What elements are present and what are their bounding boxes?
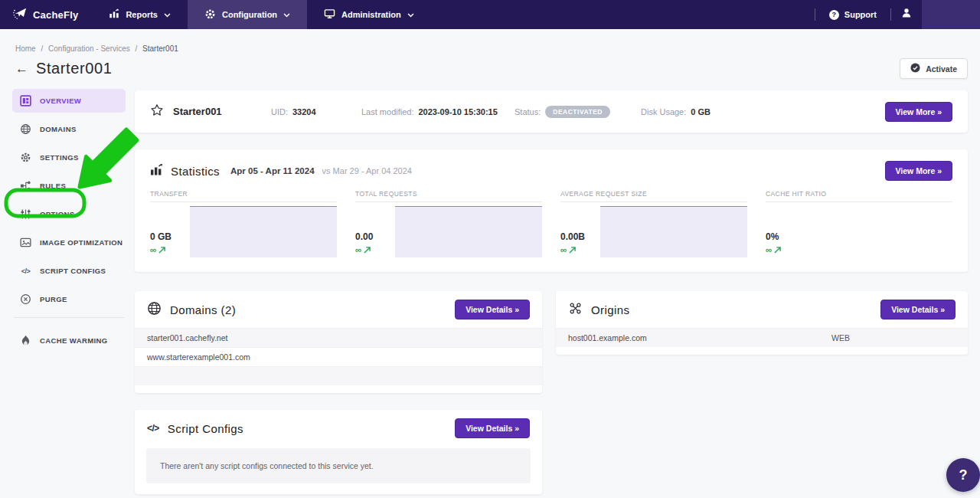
metric-total-requests: TOTAL REQUESTS 0.00 ∞ — [355, 190, 542, 257]
service-summary-card: Starter001 UID: 33204 Last modified: 202… — [135, 90, 968, 133]
trend-up-arrow-icon — [774, 247, 781, 254]
chevron-down-icon — [164, 10, 171, 19]
bar-chart-icon — [150, 163, 163, 179]
code-icon: </> — [147, 423, 159, 434]
main-content: Starter001 UID: 33204 Last modified: 202… — [135, 90, 968, 494]
question-circle-icon: ? — [829, 10, 839, 20]
sidebar-item-domains[interactable]: DOMAINS — [12, 117, 126, 141]
infinity-icon: ∞ — [766, 245, 772, 254]
support-button[interactable]: ? Support — [815, 0, 890, 29]
breadcrumb-separator: / — [41, 44, 43, 53]
view-details-button[interactable]: View Details » — [455, 300, 530, 319]
view-details-button[interactable]: View Details » — [880, 300, 956, 319]
statistics-date-range[interactable]: Apr 05 - Apr 11 2024 — [230, 166, 315, 175]
service-disk-usage: Disk Usage: 0 GB — [641, 107, 710, 116]
infinity-icon: ∞ — [150, 245, 156, 254]
help-question-icon: ? — [959, 467, 968, 483]
metric-value: 0% — [766, 231, 805, 242]
help-button[interactable]: ? — [946, 458, 980, 492]
cachefly-logo[interactable]: CacheFly — [0, 0, 92, 29]
statistics-title: Statistics — [171, 165, 220, 178]
back-arrow-icon[interactable]: ← — [15, 61, 28, 77]
sidebar-item-purge[interactable]: PURGE — [12, 287, 126, 311]
nav-item-configuration[interactable]: Configuration — [188, 0, 307, 29]
sidebar-item-label: SETTINGS — [40, 153, 79, 162]
metric-label: TOTAL REQUESTS — [355, 190, 542, 202]
sidebar-item-rules[interactable]: RULES — [12, 174, 126, 198]
metric-transfer: TRANSFER 0 GB ∞ — [150, 190, 337, 257]
service-name: Starter001 — [173, 106, 222, 117]
sidebar-item-options[interactable]: OPTIONS — [12, 202, 126, 226]
origins-header: Origins View Details » — [556, 291, 968, 328]
uid-label: UID: — [271, 107, 288, 116]
domain-row[interactable]: www.starterexample001.com — [135, 347, 542, 366]
disk-value: 0 GB — [691, 107, 710, 116]
sparkline-chart — [190, 206, 337, 257]
view-details-button[interactable]: View Details » — [455, 418, 530, 438]
sidebar-item-label: SCRIPT CONFIGS — [40, 267, 106, 275]
sidebar-item-settings[interactable]: SETTINGS — [12, 146, 126, 169]
sidebar-divider — [14, 317, 124, 318]
metric-trend-link[interactable]: ∞ — [766, 245, 805, 254]
script-configs-card: </> Script Configs View Details » There … — [135, 410, 542, 494]
uid-value: 33204 — [292, 107, 316, 116]
metric-cache-hit-ratio: CACHE HIT RATIO 0% ∞ — [766, 190, 952, 257]
trend-up-arrow-icon — [364, 247, 371, 254]
statistics-card: Statistics Apr 05 - Apr 11 2024 vs Mar 2… — [135, 149, 968, 272]
sliders-icon — [20, 208, 31, 220]
breadcrumb-home[interactable]: Home — [15, 44, 36, 53]
image-icon — [20, 237, 31, 248]
infinity-icon: ∞ — [560, 245, 567, 254]
sidebar-item-label: OVERVIEW — [40, 97, 81, 105]
domains-origins-row: Domains (2) View Details » starter001.ca… — [135, 291, 968, 393]
nav-item-label: Administration — [341, 10, 401, 19]
trend-up-arrow-icon — [158, 247, 165, 254]
nav-right-highlight — [922, 0, 980, 29]
script-configs-empty-message: There aren't any script configs connecte… — [146, 448, 531, 483]
domain-row-empty — [135, 366, 542, 385]
nav-item-reports[interactable]: Reports — [92, 0, 188, 29]
breadcrumb: Home / Configuration - Services / Starte… — [15, 44, 178, 53]
service-name-group: Starter001 — [150, 103, 271, 120]
sidebar-item-cache-warming[interactable]: CACHE WARMING — [12, 329, 126, 352]
bar-chart-icon — [109, 8, 119, 21]
page-title: Starter001 — [36, 60, 112, 77]
metric-trend-link[interactable]: ∞ — [560, 245, 600, 254]
gear-icon — [20, 152, 31, 163]
user-account-button[interactable] — [891, 0, 922, 29]
origin-row[interactable]: host001.example.com WEB — [556, 328, 968, 347]
service-status: Status: DEACTIVATED — [514, 106, 641, 118]
breadcrumb-section[interactable]: Configuration - Services — [48, 44, 130, 53]
sidebar-item-image-optimization[interactable]: IMAGE OPTIMIZATION — [12, 231, 126, 254]
purge-circle-x-icon — [20, 293, 31, 305]
sidebar-item-label: RULES — [40, 182, 66, 190]
sidebar: OVERVIEW DOMAINS SETTINGS RULES OPTIONS … — [12, 89, 126, 357]
metric-value: 0.00B — [560, 231, 600, 242]
metric-average-request-size: AVERAGE REQUEST SIZE 0.00B ∞ — [560, 190, 747, 257]
modified-label: Last modified: — [361, 107, 413, 116]
view-more-button[interactable]: View More » — [885, 102, 953, 122]
metric-value: 0 GB — [150, 231, 190, 242]
sidebar-item-script-configs[interactable]: </> SCRIPT CONFIGS — [12, 259, 126, 283]
globe-icon — [147, 301, 162, 319]
page-header: ← Starter001 Activate — [15, 58, 968, 79]
sparkline-chart — [600, 206, 747, 257]
sidebar-item-overview[interactable]: OVERVIEW — [12, 89, 126, 113]
origin-type: WEB — [831, 333, 956, 342]
breadcrumb-current: Starter001 — [142, 44, 178, 53]
brand-name: CacheFly — [33, 9, 78, 21]
metric-trend-link[interactable]: ∞ — [355, 245, 395, 254]
domain-row[interactable]: starter001.cachefly.net — [135, 328, 542, 347]
origins-network-icon — [568, 301, 583, 319]
view-more-button[interactable]: View More » — [885, 161, 953, 181]
rules-flow-icon — [20, 180, 31, 192]
support-label: Support — [844, 10, 877, 19]
nav-item-administration[interactable]: Administration — [307, 0, 431, 29]
activate-button[interactable]: Activate — [900, 58, 968, 79]
statistics-header: Statistics Apr 05 - Apr 11 2024 vs Mar 2… — [150, 161, 952, 181]
star-icon[interactable] — [150, 103, 164, 120]
statistics-metrics: TRANSFER 0 GB ∞ TOTAL REQUESTS — [150, 190, 952, 257]
top-navigation: CacheFly Reports Configuration Administr… — [0, 0, 980, 29]
metric-trend-link[interactable]: ∞ — [150, 245, 190, 254]
origins-title: Origins — [591, 303, 629, 316]
